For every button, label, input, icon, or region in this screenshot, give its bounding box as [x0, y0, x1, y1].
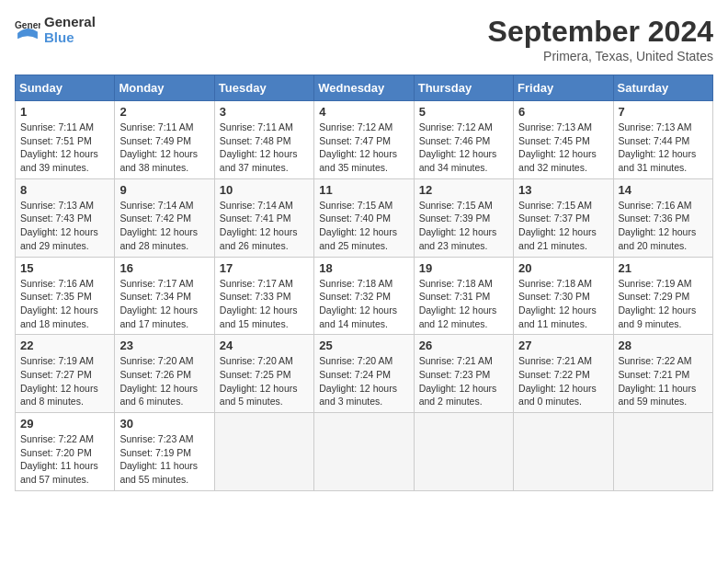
calendar-cell: 25 Sunrise: 7:20 AMSunset: 7:24 PMDaylig…	[314, 335, 414, 413]
day-number: 16	[119, 261, 209, 275]
day-of-week-header: Friday	[514, 75, 613, 101]
calendar-cell: 2 Sunrise: 7:11 AMSunset: 7:49 PMDayligh…	[115, 101, 214, 179]
day-number: 9	[119, 183, 209, 197]
calendar-week-row: 15 Sunrise: 7:16 AMSunset: 7:35 PMDaylig…	[16, 257, 713, 335]
calendar-week-row: 8 Sunrise: 7:13 AMSunset: 7:43 PMDayligh…	[16, 178, 713, 257]
calendar-cell: 20 Sunrise: 7:18 AMSunset: 7:30 PMDaylig…	[514, 257, 613, 335]
day-info: Sunrise: 7:14 AMSunset: 7:41 PMDaylight:…	[220, 200, 298, 251]
calendar-cell: 27 Sunrise: 7:21 AMSunset: 7:22 PMDaylig…	[514, 335, 613, 413]
calendar-cell	[414, 413, 513, 491]
day-number: 1	[20, 105, 109, 119]
calendar-cell: 29 Sunrise: 7:22 AMSunset: 7:20 PMDaylig…	[16, 413, 115, 491]
calendar-cell: 28 Sunrise: 7:22 AMSunset: 7:21 PMDaylig…	[613, 335, 712, 413]
calendar-week-row: 29 Sunrise: 7:22 AMSunset: 7:20 PMDaylig…	[16, 413, 713, 491]
day-of-week-header: Tuesday	[214, 75, 313, 101]
calendar-cell: 18 Sunrise: 7:18 AMSunset: 7:32 PMDaylig…	[314, 257, 414, 335]
day-info: Sunrise: 7:20 AMSunset: 7:26 PMDaylight:…	[119, 355, 198, 407]
logo-general-text: General	[44, 15, 96, 30]
day-number: 12	[419, 183, 508, 197]
calendar-cell	[214, 413, 313, 491]
day-number: 17	[220, 261, 309, 275]
day-number: 8	[20, 183, 109, 197]
day-number: 3	[220, 105, 309, 119]
day-number: 5	[419, 105, 508, 119]
calendar-cell: 3 Sunrise: 7:11 AMSunset: 7:48 PMDayligh…	[214, 101, 313, 179]
calendar-cell: 8 Sunrise: 7:13 AMSunset: 7:43 PMDayligh…	[16, 178, 115, 257]
day-of-week-header: Sunday	[16, 75, 115, 101]
day-of-week-header: Thursday	[414, 75, 513, 101]
calendar-week-row: 1 Sunrise: 7:11 AMSunset: 7:51 PMDayligh…	[16, 101, 713, 179]
page-header: General General Blue September 2024 Prim…	[15, 15, 713, 63]
day-number: 29	[20, 417, 109, 431]
calendar-cell: 7 Sunrise: 7:13 AMSunset: 7:44 PMDayligh…	[613, 101, 712, 179]
day-number: 6	[518, 105, 608, 119]
day-info: Sunrise: 7:15 AMSunset: 7:40 PMDaylight:…	[319, 200, 397, 251]
day-info: Sunrise: 7:16 AMSunset: 7:35 PMDaylight:…	[20, 278, 98, 329]
calendar-cell: 15 Sunrise: 7:16 AMSunset: 7:35 PMDaylig…	[16, 257, 115, 335]
calendar-cell: 22 Sunrise: 7:19 AMSunset: 7:27 PMDaylig…	[16, 335, 115, 413]
day-info: Sunrise: 7:13 AMSunset: 7:43 PMDaylight:…	[20, 200, 98, 251]
calendar-header-row: SundayMondayTuesdayWednesdayThursdayFrid…	[16, 75, 713, 101]
day-of-week-header: Wednesday	[314, 75, 414, 101]
location-text: Primera, Texas, United States	[488, 49, 713, 63]
day-info: Sunrise: 7:11 AMSunset: 7:49 PMDaylight:…	[119, 121, 198, 173]
day-info: Sunrise: 7:23 AMSunset: 7:19 PMDaylight:…	[119, 433, 198, 485]
calendar-cell: 9 Sunrise: 7:14 AMSunset: 7:42 PMDayligh…	[115, 178, 214, 257]
day-number: 24	[220, 339, 309, 352]
day-number: 11	[319, 183, 408, 197]
day-info: Sunrise: 7:12 AMSunset: 7:47 PMDaylight:…	[319, 121, 397, 173]
day-number: 21	[619, 261, 708, 275]
day-info: Sunrise: 7:18 AMSunset: 7:32 PMDaylight:…	[319, 278, 397, 329]
calendar-cell: 23 Sunrise: 7:20 AMSunset: 7:26 PMDaylig…	[115, 335, 214, 413]
day-info: Sunrise: 7:12 AMSunset: 7:46 PMDaylight:…	[419, 121, 497, 173]
calendar-cell: 4 Sunrise: 7:12 AMSunset: 7:47 PMDayligh…	[314, 101, 414, 179]
calendar-cell: 11 Sunrise: 7:15 AMSunset: 7:40 PMDaylig…	[314, 178, 414, 257]
calendar-cell: 13 Sunrise: 7:15 AMSunset: 7:37 PMDaylig…	[514, 178, 613, 257]
calendar-table: SundayMondayTuesdayWednesdayThursdayFrid…	[15, 75, 713, 491]
logo-icon: General	[15, 17, 40, 43]
day-of-week-header: Saturday	[613, 75, 712, 101]
day-number: 28	[619, 339, 708, 352]
calendar-cell	[514, 413, 613, 491]
calendar-cell: 14 Sunrise: 7:16 AMSunset: 7:36 PMDaylig…	[613, 178, 712, 257]
day-info: Sunrise: 7:15 AMSunset: 7:37 PMDaylight:…	[518, 200, 597, 251]
calendar-cell: 1 Sunrise: 7:11 AMSunset: 7:51 PMDayligh…	[16, 101, 115, 179]
month-year-title: September 2024	[488, 15, 713, 49]
calendar-cell: 26 Sunrise: 7:21 AMSunset: 7:23 PMDaylig…	[414, 335, 513, 413]
day-info: Sunrise: 7:19 AMSunset: 7:27 PMDaylight:…	[20, 355, 98, 407]
calendar-cell: 17 Sunrise: 7:17 AMSunset: 7:33 PMDaylig…	[214, 257, 313, 335]
day-info: Sunrise: 7:11 AMSunset: 7:51 PMDaylight:…	[20, 121, 98, 173]
day-info: Sunrise: 7:11 AMSunset: 7:48 PMDaylight:…	[220, 121, 298, 173]
day-info: Sunrise: 7:21 AMSunset: 7:22 PMDaylight:…	[518, 355, 597, 407]
day-number: 7	[619, 105, 708, 119]
calendar-cell: 5 Sunrise: 7:12 AMSunset: 7:46 PMDayligh…	[414, 101, 513, 179]
calendar-week-row: 22 Sunrise: 7:19 AMSunset: 7:27 PMDaylig…	[16, 335, 713, 413]
day-number: 13	[518, 183, 608, 197]
day-number: 20	[518, 261, 608, 275]
day-of-week-header: Monday	[115, 75, 214, 101]
day-number: 19	[419, 261, 508, 275]
calendar-cell: 21 Sunrise: 7:19 AMSunset: 7:29 PMDaylig…	[613, 257, 712, 335]
day-info: Sunrise: 7:17 AMSunset: 7:33 PMDaylight:…	[220, 278, 298, 329]
calendar-cell: 12 Sunrise: 7:15 AMSunset: 7:39 PMDaylig…	[414, 178, 513, 257]
day-number: 25	[319, 339, 408, 352]
logo-blue-text: Blue	[44, 30, 96, 46]
calendar-cell: 6 Sunrise: 7:13 AMSunset: 7:45 PMDayligh…	[514, 101, 613, 179]
day-number: 10	[220, 183, 309, 197]
day-number: 26	[419, 339, 508, 352]
calendar-cell	[314, 413, 414, 491]
day-info: Sunrise: 7:17 AMSunset: 7:34 PMDaylight:…	[119, 278, 198, 329]
day-info: Sunrise: 7:20 AMSunset: 7:24 PMDaylight:…	[319, 355, 397, 407]
day-info: Sunrise: 7:15 AMSunset: 7:39 PMDaylight:…	[419, 200, 497, 251]
calendar-cell: 10 Sunrise: 7:14 AMSunset: 7:41 PMDaylig…	[214, 178, 313, 257]
logo: General General Blue	[15, 15, 96, 45]
day-info: Sunrise: 7:13 AMSunset: 7:44 PMDaylight:…	[619, 121, 697, 173]
day-number: 4	[319, 105, 408, 119]
title-block: September 2024 Primera, Texas, United St…	[488, 15, 713, 63]
calendar-cell: 19 Sunrise: 7:18 AMSunset: 7:31 PMDaylig…	[414, 257, 513, 335]
calendar-cell: 30 Sunrise: 7:23 AMSunset: 7:19 PMDaylig…	[115, 413, 214, 491]
day-number: 30	[119, 417, 209, 431]
day-info: Sunrise: 7:14 AMSunset: 7:42 PMDaylight:…	[119, 200, 198, 251]
day-number: 14	[619, 183, 708, 197]
day-info: Sunrise: 7:19 AMSunset: 7:29 PMDaylight:…	[619, 278, 697, 329]
